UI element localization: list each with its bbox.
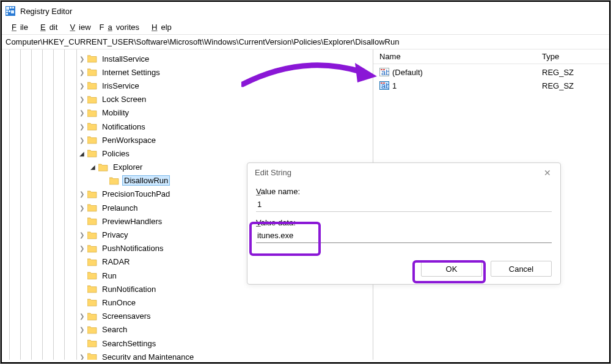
chevron-icon[interactable]: ❯ [78,231,86,239]
value-name: (Default) [392,68,423,77]
column-header-type[interactable]: Type [538,52,609,61]
menu-favorites[interactable]: Favorites [96,21,143,33]
menu-bar: File Edit View Favorites Help [2,20,609,34]
chevron-icon[interactable]: ❯ [78,312,86,321]
tree-item[interactable]: ❯InstallService [78,52,373,65]
tree-item-label: Security and Maintenance [100,352,196,360]
chevron-icon[interactable]: ❯ [78,95,86,104]
tree-item-label: Search [100,324,129,335]
svg-rect-6 [11,10,14,13]
value-data-field[interactable]: itunes.exe [256,228,552,243]
svg-rect-2 [10,7,12,9]
svg-rect-7 [6,13,8,15]
tree-item[interactable]: ❯Screensavers [78,310,373,323]
tree-item-label: Explorer [111,162,144,172]
tree-item-label: SearchSettings [100,338,158,349]
dialog-title: Edit String [247,163,560,182]
registry-editor-icon [5,6,15,16]
svg-rect-1 [6,7,9,10]
tree-item-label: PenWorkspace [100,135,158,145]
menu-edit[interactable]: Edit [33,21,61,33]
tree-item[interactable]: ❯Security and Maintenance [78,350,373,360]
chevron-icon[interactable]: ❯ [78,54,86,63]
chevron-icon[interactable]: ❯ [78,190,86,198]
svg-text:ab: ab [381,68,389,77]
menu-help[interactable]: Help [144,21,175,33]
tree-item-label: Run [100,271,119,281]
chevron-icon[interactable]: ❯ [78,122,86,131]
tree-item-label: InstallService [100,54,151,64]
chevron-icon[interactable]: ❯ [78,136,86,144]
tree-item[interactable]: RunOnce [78,296,373,309]
tree-item-label: RunOnce [100,297,137,308]
tree-item-label: Policies [100,148,131,159]
tree-item-label: IrisService [100,81,141,91]
tree-item-label: PushNotifications [100,243,165,253]
value-data-label: Value data: [256,218,552,227]
window-title: Registry Editor [20,7,72,16]
tree-item[interactable]: ❯Search [78,323,373,337]
column-header-name[interactable]: Name [373,52,538,61]
tree-item-label: RunNotification [100,284,158,294]
chevron-icon[interactable]: ❯ [78,326,86,334]
tree-item-label: PrecisionTouchPad [100,189,172,199]
chevron-icon[interactable]: ❯ [78,352,86,360]
tree-item[interactable]: ❯Lock Screen [78,93,373,106]
tree-item[interactable]: ◢Policies [78,147,373,160]
tree-item-label: Prelaunch [100,203,140,213]
value-name-label: Value name: [256,187,552,196]
ok-button[interactable]: OK [421,261,482,277]
tree-item-label: RADAR [100,257,132,267]
value-name: 1 [392,81,397,90]
cancel-button[interactable]: Cancel [491,261,552,277]
tree-item-label: Screensavers [100,311,152,321]
tree-item-label: Privacy [100,230,130,240]
address-bar[interactable]: Computer\HKEY_CURRENT_USER\Software\Micr… [2,34,609,49]
tree-item[interactable]: ❯Mobility [78,106,373,120]
chevron-icon[interactable]: ❯ [78,203,86,212]
tree-item-label: DisallowRun [122,175,170,186]
tree-item[interactable]: ❯Internet Settings [78,65,373,79]
svg-text:ab: ab [381,81,389,90]
svg-rect-3 [12,7,14,9]
chevron-icon[interactable]: ❯ [78,244,86,253]
title-bar: Registry Editor [2,2,609,20]
svg-rect-4 [6,10,8,12]
value-row[interactable]: ab(Default)REG_SZ [373,65,609,79]
dialog-close-icon[interactable]: ✕ [540,167,555,179]
tree-item[interactable]: SearchSettings [78,337,373,350]
tree-item-label: Internet Settings [100,67,162,78]
menu-file[interactable]: File [4,21,32,33]
edit-string-dialog: Edit String ✕ Value name: 1 Value data: … [247,162,561,285]
tree-item-label: Mobility [100,107,131,118]
chevron-icon[interactable]: ❯ [78,68,86,76]
tree-item-label: Lock Screen [100,94,148,104]
chevron-icon[interactable]: ❯ [78,109,86,117]
value-type: REG_SZ [538,68,609,77]
chevron-icon[interactable]: ❯ [78,81,86,90]
value-name-field[interactable]: 1 [256,197,552,212]
tree-item[interactable]: ❯PenWorkspace [78,133,373,147]
svg-rect-5 [9,10,10,12]
menu-view[interactable]: View [62,21,94,33]
value-type: REG_SZ [538,81,609,90]
chevron-icon[interactable]: ◢ [89,163,97,172]
chevron-icon[interactable]: ◢ [78,149,86,158]
value-row[interactable]: ab1REG_SZ [373,79,609,92]
tree-item-label: PreviewHandlers [100,216,164,227]
tree-item[interactable]: ❯IrisService [78,79,373,92]
tree-item[interactable]: ❯Notifications [78,120,373,133]
tree-item-label: Notifications [100,122,147,132]
